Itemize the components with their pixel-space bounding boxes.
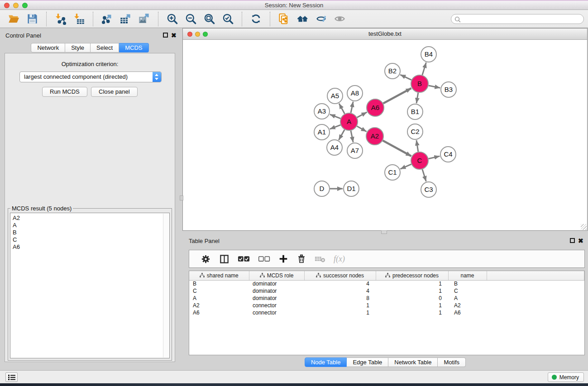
zoom-in-icon[interactable] bbox=[166, 13, 178, 25]
node-table[interactable]: shared nameMCDS rolesuccessor nodesprede… bbox=[189, 271, 585, 355]
criterion-dropdown[interactable]: largest connected component (directed) bbox=[19, 71, 162, 82]
graph-node-B3[interactable]: B3 bbox=[441, 82, 456, 97]
graph-edge-C-C4[interactable] bbox=[429, 156, 440, 159]
graph-node-A5[interactable]: A5 bbox=[327, 88, 343, 104]
column-header-successor-nodes[interactable]: successor nodes bbox=[304, 271, 376, 280]
graph-node-B[interactable]: B bbox=[411, 75, 428, 92]
cell[interactable]: A2 bbox=[189, 302, 249, 309]
task-history-button[interactable] bbox=[5, 372, 18, 382]
tab-network-table[interactable]: Network Table bbox=[388, 357, 438, 367]
create-column-plus-icon[interactable] bbox=[278, 254, 288, 264]
network-minimize-button[interactable] bbox=[195, 32, 200, 37]
graph-node-C4[interactable]: C4 bbox=[440, 147, 456, 162]
graph-node-D1[interactable]: D1 bbox=[344, 181, 359, 196]
cell[interactable]: 8 bbox=[304, 295, 376, 302]
open-session-icon[interactable] bbox=[8, 13, 20, 25]
table-row[interactable]: Bdominator41B bbox=[189, 280, 584, 287]
cell[interactable]: 4 bbox=[304, 280, 376, 287]
cell[interactable]: A bbox=[448, 295, 487, 302]
cell[interactable]: 1 bbox=[376, 309, 448, 316]
search-field[interactable] bbox=[451, 14, 584, 24]
graph-node-A6[interactable]: A6 bbox=[367, 99, 384, 116]
show-columns-icon[interactable] bbox=[219, 254, 229, 264]
export-network-icon[interactable] bbox=[101, 13, 113, 25]
zoom-out-icon[interactable] bbox=[185, 13, 197, 25]
graph-edge-B-B3[interactable] bbox=[429, 86, 440, 88]
table-row[interactable]: A2connector11A2 bbox=[189, 302, 584, 309]
graph-node-A2[interactable]: A2 bbox=[366, 128, 383, 145]
tab-network[interactable]: Network bbox=[31, 43, 65, 52]
export-image-icon[interactable] bbox=[138, 13, 150, 25]
minimize-window-button[interactable] bbox=[13, 3, 19, 8]
column-header-mcds-role[interactable]: MCDS role bbox=[249, 271, 304, 280]
graph-edge-C-C2[interactable] bbox=[416, 140, 418, 152]
cell[interactable]: 1 bbox=[376, 287, 448, 295]
zoom-selected-icon[interactable] bbox=[222, 13, 234, 25]
tab-motifs[interactable]: Motifs bbox=[438, 357, 466, 367]
result-item-a[interactable]: A bbox=[13, 222, 169, 229]
select-all-columns-icon[interactable] bbox=[238, 256, 250, 262]
cell[interactable]: A2 bbox=[448, 302, 487, 309]
delete-column-trash-icon[interactable] bbox=[296, 254, 306, 264]
cell[interactable]: C bbox=[189, 287, 249, 295]
import-table-icon[interactable] bbox=[73, 13, 85, 25]
table-row[interactable]: Cdominator41C bbox=[189, 287, 584, 295]
cell[interactable]: dominator bbox=[249, 295, 304, 302]
home-icon[interactable] bbox=[296, 13, 309, 25]
graph-edge-B-B1[interactable] bbox=[416, 93, 418, 103]
new-session-from-network-icon[interactable] bbox=[278, 13, 290, 25]
memory-button[interactable]: Memory bbox=[548, 372, 584, 382]
table-panel-float-button[interactable] bbox=[570, 238, 575, 243]
network-canvas[interactable]: B4B2BB3A8A5A6A3B1AC2A1A2A4A7C4CC1DC3D1 bbox=[183, 40, 587, 230]
cell[interactable]: 4 bbox=[304, 287, 376, 295]
graph-node-C3[interactable]: C3 bbox=[421, 182, 436, 197]
graph-edge-A-A8[interactable] bbox=[351, 102, 353, 113]
table-settings-gear-icon[interactable] bbox=[201, 254, 211, 264]
zoom-window-button[interactable] bbox=[22, 3, 28, 8]
graph-node-C2[interactable]: C2 bbox=[407, 124, 423, 139]
graph-node-C[interactable]: C bbox=[411, 152, 428, 169]
table-row[interactable]: Adominator80A bbox=[189, 295, 584, 302]
cell[interactable]: 1 bbox=[304, 302, 376, 309]
control-panel-float-button[interactable] bbox=[163, 33, 168, 38]
function-builder-fx-icon[interactable]: f(x) bbox=[334, 254, 345, 264]
graph-edge-A6-B[interactable] bbox=[383, 88, 411, 103]
graph-edge-C-C1[interactable] bbox=[400, 164, 411, 169]
column-header-shared-name[interactable]: shared name bbox=[189, 271, 249, 280]
save-session-icon[interactable] bbox=[26, 13, 38, 25]
cell[interactable]: connector bbox=[249, 302, 304, 309]
column-header-name[interactable]: name bbox=[448, 271, 487, 280]
result-item-a6[interactable]: A6 bbox=[13, 243, 169, 251]
graph-edge-A2-C[interactable] bbox=[383, 141, 411, 156]
graph-edge-A-A5[interactable] bbox=[339, 104, 344, 114]
cell[interactable]: 1 bbox=[376, 302, 448, 309]
graph-node-A7[interactable]: A7 bbox=[347, 143, 363, 158]
graph-node-A3[interactable]: A3 bbox=[314, 104, 330, 119]
table-row[interactable]: A6connector11A6 bbox=[189, 309, 584, 316]
column-header-predecessor-nodes[interactable]: predecessor nodes bbox=[376, 271, 448, 280]
graph-node-B4[interactable]: B4 bbox=[421, 47, 436, 62]
unselect-all-columns-icon[interactable] bbox=[258, 256, 270, 262]
tab-node-table[interactable]: Node Table bbox=[305, 357, 347, 367]
cell[interactable]: A6 bbox=[448, 309, 487, 316]
show-style-icon[interactable] bbox=[315, 13, 327, 25]
tab-mcds[interactable]: MCDS bbox=[119, 43, 148, 52]
search-input[interactable] bbox=[463, 15, 580, 23]
graph-edge-A-A6[interactable] bbox=[357, 112, 367, 118]
result-item-b[interactable]: B bbox=[13, 229, 169, 236]
cell[interactable]: C bbox=[448, 287, 487, 295]
result-scrollbar[interactable] bbox=[163, 214, 169, 357]
cell[interactable]: B bbox=[189, 280, 249, 287]
result-item-c[interactable]: C bbox=[13, 236, 169, 243]
close-window-button[interactable] bbox=[4, 3, 10, 8]
close-panel-button[interactable]: Close panel bbox=[91, 87, 138, 97]
graph-edge-A-A7[interactable] bbox=[351, 131, 353, 143]
tab-edge-table[interactable]: Edge Table bbox=[347, 357, 388, 367]
tab-style[interactable]: Style bbox=[65, 43, 91, 52]
cell[interactable]: dominator bbox=[249, 287, 304, 295]
network-graph[interactable]: B4B2BB3A8A5A6A3B1AC2A1A2A4A7C4CC1DC3D1 bbox=[183, 40, 587, 230]
graph-node-B2[interactable]: B2 bbox=[385, 63, 400, 79]
tab-select[interactable]: Select bbox=[91, 43, 119, 52]
export-table-icon[interactable] bbox=[120, 13, 132, 25]
cell[interactable]: dominator bbox=[249, 280, 304, 287]
